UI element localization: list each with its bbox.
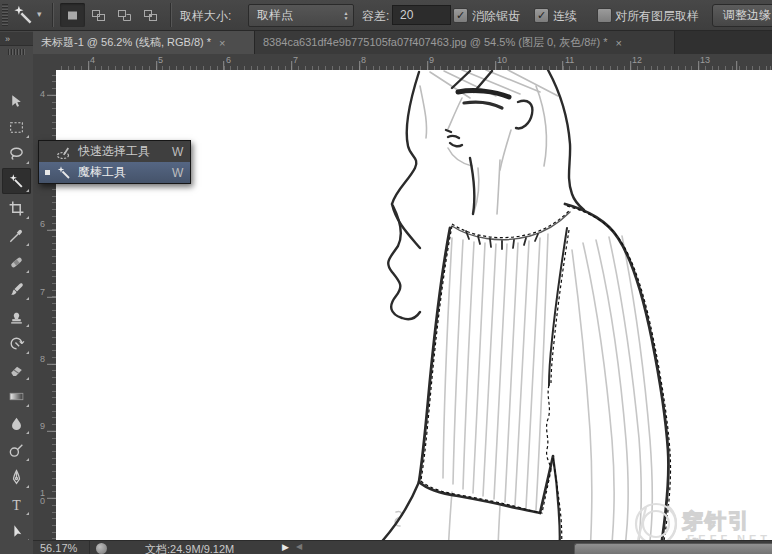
ruler-label: 6	[40, 220, 47, 228]
spot-healing-brush-tool[interactable]	[2, 249, 31, 275]
horizontal-scrollbar-thumb[interactable]	[574, 543, 772, 554]
zoom-level-field[interactable]: 56.17%	[40, 542, 77, 554]
flyout-indicator-icon	[26, 135, 29, 138]
current-tool-bullet	[45, 170, 50, 175]
menu-item-quick-selection-tool[interactable]: 快速选择工具 W	[39, 141, 190, 162]
ruler-label: 4	[90, 55, 95, 65]
ruler-label: 10	[497, 55, 507, 65]
eraser-tool[interactable]	[2, 356, 31, 382]
menu-item-magic-wand-tool[interactable]: 魔棒工具 W	[39, 162, 190, 183]
flyout-indicator-icon	[26, 270, 29, 273]
ruler-label: 6	[226, 55, 231, 65]
flyout-indicator-icon	[26, 216, 29, 219]
menu-item-label: 快速选择工具	[78, 143, 172, 160]
lasso-tool[interactable]	[2, 140, 31, 166]
anti-alias-checkbox[interactable]: ✓	[453, 8, 468, 23]
tools-panel-bottom	[0, 540, 34, 554]
flyout-indicator-icon	[26, 243, 29, 246]
quick-selection-tool-icon	[55, 144, 73, 160]
flyout-indicator-icon	[26, 458, 29, 461]
clone-stamp-tool[interactable]	[2, 303, 31, 329]
tool-options-bar: ▾ 取样大小: 取样点 ▲▼ 容差: 20 ✓	[0, 0, 772, 31]
ruler-label: 8	[361, 55, 366, 65]
ruler-label: 9	[429, 55, 434, 65]
pen-tool[interactable]	[2, 464, 31, 490]
menu-item-label: 魔棒工具	[78, 164, 172, 181]
separator	[170, 3, 172, 27]
ruler-label: 10	[40, 489, 47, 505]
flyout-indicator-icon	[26, 351, 29, 354]
status-collapse-icon[interactable]: ◀	[296, 542, 302, 551]
flyout-indicator-icon	[26, 512, 29, 515]
magic-wand-tool-icon	[55, 165, 73, 181]
tolerance-label: 容差:	[362, 8, 389, 25]
tolerance-value: 20	[400, 8, 413, 22]
refine-edge-button[interactable]: 调整边缘	[712, 4, 772, 27]
dropdown-spinner-icon: ▲▼	[339, 11, 353, 21]
new-selection-button[interactable]	[60, 3, 85, 27]
sample-size-dropdown[interactable]: 取样点 ▲▼	[248, 4, 354, 27]
sample-all-layers-checkbox[interactable]	[597, 8, 612, 23]
magic-wand-tool[interactable]	[2, 168, 31, 194]
tab-title: 未标题-1 @ 56.2% (线稿, RGB/8) *	[41, 35, 211, 50]
separator	[89, 541, 90, 554]
tolerance-input[interactable]: 20	[392, 5, 451, 25]
menu-item-shortcut: W	[172, 166, 190, 180]
flyout-indicator-icon	[26, 297, 29, 300]
move-tool[interactable]	[2, 88, 31, 114]
document-tab-inactive[interactable]: 8384ca631df4e9b775105fa07f407463.jpg @ 5…	[255, 31, 675, 54]
document-tab-active[interactable]: 未标题-1 @ 56.2% (线稿, RGB/8) * ×	[33, 31, 255, 54]
intersect-selection-button[interactable]	[138, 3, 163, 27]
ruler-corner	[33, 54, 57, 71]
ruler-label: 11	[565, 55, 574, 65]
svg-text:T: T	[12, 497, 21, 512]
document-status-icon	[96, 543, 107, 554]
dodge-tool[interactable]	[2, 437, 31, 463]
tab-close-icon[interactable]: ×	[615, 37, 621, 49]
ruler-label: 4	[40, 90, 47, 98]
brush-tool[interactable]	[2, 276, 31, 302]
collapse-panel-button[interactable]: »	[0, 32, 33, 46]
history-brush-tool[interactable]	[2, 330, 31, 356]
checkmark-icon: ✓	[456, 9, 465, 21]
flyout-indicator-icon	[26, 404, 29, 407]
tab-close-icon[interactable]: ×	[219, 37, 225, 49]
contiguous-label: 连续	[553, 8, 577, 25]
ruler-label: 9	[40, 422, 47, 430]
ruler-label: 8	[40, 355, 47, 363]
rectangular-marquee-tool[interactable]	[2, 114, 31, 140]
anti-alias-label: 消除锯齿	[472, 8, 520, 25]
type-tool[interactable]: T	[2, 491, 31, 517]
magic-wand-flyout-menu: 快速选择工具 W 魔棒工具 W	[38, 140, 191, 184]
options-bar-grip[interactable]	[2, 4, 8, 26]
magic-wand-icon	[12, 4, 34, 26]
separator	[52, 3, 54, 27]
subtract-from-selection-button[interactable]	[112, 3, 137, 27]
status-bar: 56.17% 文档:24.9M/9.12M ▶ ◀	[33, 540, 772, 554]
ruler-label: 5	[158, 55, 163, 65]
ruler-label: 7	[40, 288, 47, 296]
contiguous-checkbox[interactable]: ✓	[534, 8, 549, 23]
flyout-indicator-icon	[26, 161, 29, 164]
tools-panel-grip[interactable]	[8, 49, 25, 55]
flyout-indicator-icon	[26, 324, 29, 327]
gradient-tool[interactable]	[2, 383, 31, 409]
sample-size-label: 取样大小:	[180, 8, 231, 25]
eyedropper-tool[interactable]	[2, 222, 31, 248]
blur-tool[interactable]	[2, 410, 31, 436]
ruler-label: 7	[293, 55, 298, 65]
watermark-subtext: EEFF.NET	[687, 533, 771, 540]
tools-panel: »	[0, 31, 34, 554]
ruler-label: 13	[700, 55, 710, 65]
flyout-indicator-icon	[26, 431, 29, 434]
tab-title: 8384ca631df4e9b775105fa07f407463.jpg @ 5…	[263, 35, 607, 50]
tool-preset-caret-icon[interactable]: ▾	[37, 9, 42, 19]
add-to-selection-button[interactable]	[86, 3, 111, 27]
sample-all-layers-label: 对所有图层取样	[615, 8, 699, 25]
status-expand-icon[interactable]: ▶	[282, 542, 289, 552]
current-tool-bullet	[45, 149, 50, 154]
crop-tool[interactable]	[2, 195, 31, 221]
flyout-indicator-icon	[26, 189, 29, 192]
checkmark-icon: ✓	[537, 9, 546, 21]
sample-size-value: 取样点	[249, 7, 339, 24]
